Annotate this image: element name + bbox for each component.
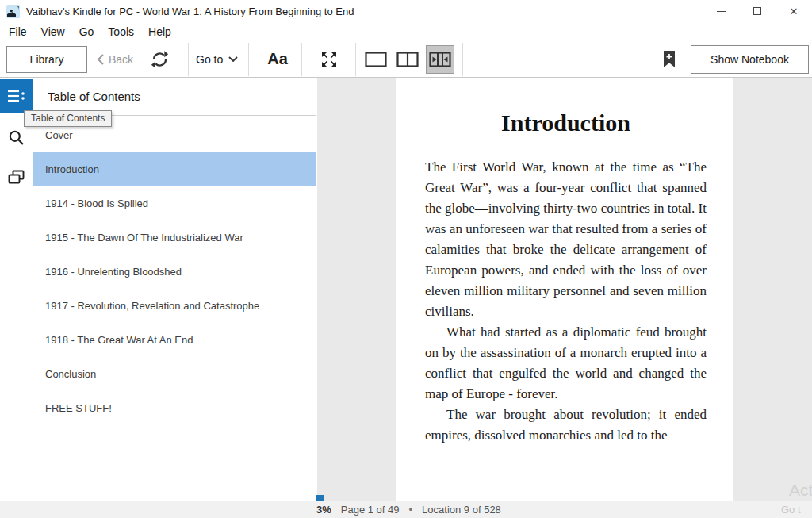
- toc-item[interactable]: 1916 - Unrelenting Bloodshed: [33, 255, 316, 289]
- close-icon: ✕: [790, 6, 799, 17]
- single-column-view-button[interactable]: [362, 45, 390, 74]
- toolbar-divider: [301, 43, 302, 76]
- toc-item[interactable]: Conclusion: [33, 357, 316, 391]
- toolbar: Library Back Go to Aa: [0, 41, 812, 78]
- left-icon-strip: [0, 78, 33, 501]
- page-indicator: Page 1 of 49: [341, 504, 400, 516]
- reading-progress-marker[interactable]: [316, 495, 324, 501]
- menu-item[interactable]: Help: [141, 22, 178, 41]
- font-settings-button[interactable]: Aa: [261, 41, 294, 77]
- page-content: Introduction The First World War, known …: [396, 78, 733, 446]
- toolbar-divider: [462, 43, 463, 76]
- search-icon: [8, 129, 25, 146]
- toc-item[interactable]: 1915 - The Dawn Of The Industrialized Wa…: [33, 221, 316, 255]
- menu-item[interactable]: Go: [72, 22, 102, 41]
- status-bar: 3% Page 1 of 49 • Location 9 of 528 Go t: [0, 501, 812, 518]
- main-area: Table of Contents Cover Introduction 191…: [0, 78, 812, 501]
- close-button[interactable]: ✕: [776, 0, 812, 22]
- toolbar-divider: [188, 43, 189, 76]
- menu-bar: FileViewGoToolsHelp: [0, 22, 812, 41]
- toc-item-label: 1918 - The Great War At An End: [45, 334, 193, 346]
- toolbar-divider: [355, 43, 356, 76]
- toc-item-label: Conclusion: [45, 368, 96, 380]
- minimize-button[interactable]: [703, 0, 739, 22]
- reading-pane: Introduction The First World War, known …: [317, 78, 812, 501]
- menu-item[interactable]: File: [2, 22, 34, 41]
- maximize-icon: [753, 7, 761, 15]
- back-chevron-icon: [97, 54, 104, 65]
- progress-percent: 3%: [316, 504, 331, 516]
- chapter-title: Introduction: [425, 109, 707, 136]
- auto-width-view-button[interactable]: [426, 45, 454, 74]
- add-bookmark-button[interactable]: [659, 41, 680, 77]
- library-button[interactable]: Library: [6, 46, 87, 73]
- back-button[interactable]: Back: [97, 41, 133, 77]
- single-column-icon: [365, 52, 387, 67]
- search-button[interactable]: [0, 125, 33, 149]
- toc-list-icon: [7, 89, 25, 103]
- reading-position-info: 3% Page 1 of 49 • Location 9 of 528: [316, 501, 501, 518]
- back-label: Back: [109, 53, 133, 66]
- toc-item-label: 1915 - The Dawn Of The Industrialized Wa…: [45, 232, 243, 244]
- toolbar-divider: [248, 43, 249, 76]
- fullscreen-expand-icon: [320, 51, 338, 68]
- toc-item-label: 1916 - Unrelenting Bloodshed: [45, 266, 182, 278]
- flashcards-icon: [8, 170, 25, 185]
- window-title: Vaibhav's Kindle for PC - World War 1: A…: [26, 6, 354, 17]
- book-paragraph: What had started as a diplomatic feud br…: [425, 322, 707, 405]
- kindle-app-icon: [6, 5, 20, 18]
- toc-panel: Table of Contents Cover Introduction 191…: [33, 78, 316, 501]
- book-page[interactable]: Introduction The First World War, known …: [396, 78, 733, 501]
- location-indicator: Location 9 of 528: [422, 504, 501, 516]
- menu-item[interactable]: View: [34, 22, 72, 41]
- two-column-view-button[interactable]: [393, 45, 422, 74]
- flashcards-button[interactable]: [0, 165, 33, 189]
- minimize-icon: [717, 11, 726, 12]
- book-paragraph: The First World War, known at the time a…: [425, 157, 707, 322]
- toc-tooltip: Table of Contents: [24, 110, 112, 127]
- auto-width-icon: [429, 52, 451, 67]
- activate-windows-watermark: Act: [789, 481, 812, 500]
- toc-item[interactable]: FREE STUFF!: [33, 391, 316, 425]
- toc-toggle-button[interactable]: [0, 79, 33, 113]
- toc-list: Cover Introduction 1914 - Blood Is Spill…: [33, 116, 316, 425]
- status-separator: •: [409, 504, 413, 516]
- two-column-icon: [396, 52, 419, 67]
- sync-refresh-icon: [150, 50, 170, 69]
- goto-dropdown[interactable]: Go to: [196, 41, 238, 77]
- window-controls: ✕: [703, 0, 812, 22]
- maximize-button[interactable]: [739, 0, 776, 22]
- fullscreen-button[interactable]: [317, 41, 341, 77]
- toc-item-label: FREE STUFF!: [45, 402, 112, 414]
- menu-item[interactable]: Tools: [101, 22, 141, 41]
- toc-item-label: Cover: [45, 129, 73, 141]
- book-paragraph: The war brought about revolution; it end…: [425, 405, 707, 446]
- sync-button[interactable]: [147, 41, 171, 77]
- goto-label: Go to: [196, 53, 223, 66]
- goto-settings-watermark: Go t: [781, 504, 801, 516]
- toc-item-label: 1914 - Blood Is Spilled: [45, 198, 148, 209]
- toc-item-label: Introduction: [45, 163, 99, 175]
- toc-item[interactable]: 1918 - The Great War At An End: [33, 323, 316, 357]
- chevron-down-icon: [228, 56, 238, 62]
- show-notebook-button[interactable]: Show Notebook: [691, 45, 809, 74]
- bookmark-plus-icon: [663, 51, 676, 68]
- toc-item[interactable]: 1914 - Blood Is Spilled: [33, 186, 316, 221]
- toc-item[interactable]: 1917 - Revolution, Revelation and Catast…: [33, 289, 316, 323]
- title-bar: Vaibhav's Kindle for PC - World War 1: A…: [0, 0, 812, 22]
- toc-item-label: 1917 - Revolution, Revelation and Catast…: [45, 300, 259, 312]
- toc-item[interactable]: Introduction: [33, 152, 316, 186]
